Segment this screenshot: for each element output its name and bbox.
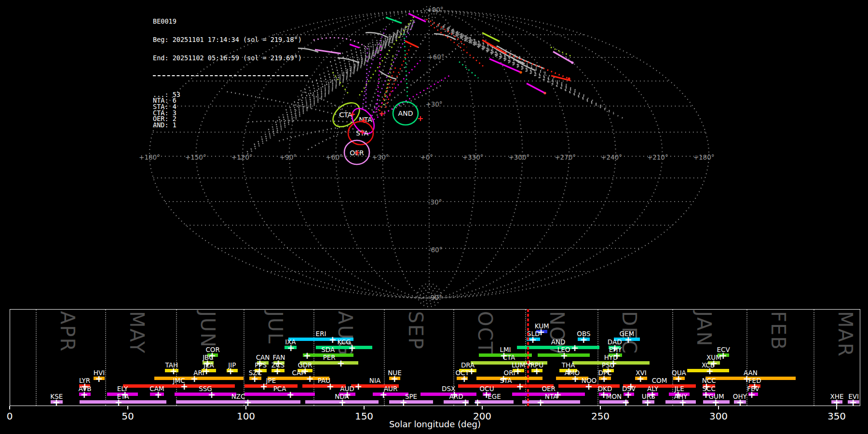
shower-max-marker: + bbox=[679, 397, 687, 407]
shower-max-marker: + bbox=[273, 366, 281, 375]
month-label: JUN bbox=[198, 311, 217, 348]
shower-max-marker: + bbox=[53, 397, 60, 407]
shower-bar-SPE bbox=[389, 400, 433, 404]
shower-label: PER bbox=[323, 354, 336, 361]
shower-label: NIA bbox=[369, 378, 380, 384]
shower-counts: ...: 53NTA: 6STA: 4CTA: 3OER: 2AND: 1 bbox=[153, 92, 308, 128]
shower-label: COM bbox=[652, 378, 667, 384]
month-gridline bbox=[105, 310, 106, 406]
shower-bar-PAU bbox=[302, 384, 346, 388]
shower-max-marker: + bbox=[833, 397, 841, 407]
shower-label: SDA bbox=[321, 347, 335, 353]
shower-max-marker: + bbox=[180, 381, 188, 391]
month-gridline bbox=[244, 310, 244, 406]
shower-max-marker: + bbox=[81, 390, 88, 399]
shower-bar-JPE bbox=[244, 384, 298, 388]
shower-max-marker: + bbox=[706, 366, 714, 375]
x-axis-tick-label: 50 bbox=[122, 410, 134, 422]
shower-max-marker: + bbox=[644, 397, 651, 407]
shower-label: ARD bbox=[449, 393, 463, 400]
month-gridline bbox=[176, 310, 177, 406]
station-id: BE0019 bbox=[153, 18, 308, 25]
shower-max-marker: + bbox=[348, 343, 356, 352]
shower-bar-SSG bbox=[175, 393, 236, 396]
shower-max-marker: + bbox=[585, 381, 593, 391]
shower-bar-JMC bbox=[123, 384, 235, 388]
shower-max-marker: + bbox=[675, 374, 682, 383]
shower-bar-PCA bbox=[244, 393, 315, 396]
shower-max-marker: + bbox=[354, 381, 362, 391]
header-separator bbox=[153, 75, 308, 76]
x-axis-tick-label: 100 bbox=[237, 410, 255, 422]
shower-max-marker: + bbox=[391, 374, 398, 383]
x-axis-tick-label: 150 bbox=[355, 410, 373, 422]
month-label: FEB bbox=[769, 311, 788, 351]
shower-max-marker: + bbox=[286, 390, 294, 399]
x-axis-title: Solar longitude (deg) bbox=[389, 419, 481, 429]
shower-max-marker: + bbox=[339, 397, 346, 407]
shower-max-marker: + bbox=[95, 374, 103, 383]
shower-max-marker: + bbox=[571, 343, 579, 352]
count-value: 1 bbox=[173, 121, 176, 129]
shower-max-marker: + bbox=[306, 374, 314, 383]
shower-max-marker: + bbox=[303, 351, 311, 360]
month-label: JUL bbox=[266, 311, 285, 344]
shower-label: STA bbox=[500, 378, 512, 384]
shower-max-marker: + bbox=[208, 390, 216, 399]
x-axis-tick-label: 200 bbox=[473, 410, 491, 422]
shower-max-marker: + bbox=[529, 335, 537, 344]
shower-max-marker: + bbox=[849, 397, 857, 407]
shower-bar-NZC bbox=[176, 400, 300, 404]
shower-max-marker: + bbox=[244, 397, 252, 407]
x-axis-tick bbox=[9, 406, 10, 409]
shower-max-marker: + bbox=[227, 366, 234, 375]
shower-label: EGE bbox=[488, 393, 501, 400]
observation-header: BE0019 Beg: 20251101 17:14:34 (sol = 219… bbox=[153, 6, 308, 134]
shower-max-marker: + bbox=[115, 397, 122, 407]
x-axis-tick-label: 0 bbox=[7, 410, 13, 422]
begin-time: Beg: 20251101 17:14:34 (sol = 219.18°) bbox=[153, 37, 308, 43]
shower-max-marker: + bbox=[337, 358, 345, 367]
month-gridline bbox=[814, 310, 814, 406]
shower-label: NTA bbox=[545, 393, 558, 400]
month-label: OCT bbox=[475, 311, 495, 354]
shower-max-marker: + bbox=[622, 397, 630, 407]
shower-max-marker: + bbox=[190, 374, 198, 383]
shower-max-marker: + bbox=[736, 397, 744, 407]
end-time: End: 20251102 05:16:59 (sol = 219.69°) bbox=[153, 55, 308, 61]
shower-max-marker: + bbox=[329, 335, 337, 344]
shower-max-marker: + bbox=[380, 390, 387, 399]
shower-label: OER bbox=[542, 386, 556, 393]
shower-max-marker: + bbox=[537, 397, 544, 407]
shower-max-marker: + bbox=[461, 374, 468, 383]
month-label: MAY bbox=[127, 311, 147, 354]
shower-max-marker: + bbox=[326, 381, 334, 391]
shower-max-marker: + bbox=[533, 366, 541, 375]
shower-max-marker: + bbox=[461, 397, 469, 407]
shower-max-marker: + bbox=[637, 374, 644, 383]
shower-label: CTA bbox=[502, 354, 515, 361]
shower-max-marker: + bbox=[712, 397, 719, 407]
shower-max-marker: + bbox=[560, 351, 568, 360]
x-axis-tick bbox=[482, 406, 483, 409]
shower-bar-NTA bbox=[522, 400, 580, 404]
shower-bar-STA bbox=[458, 384, 554, 388]
shower-max-marker: + bbox=[516, 381, 524, 391]
x-axis-tick-label: 250 bbox=[591, 410, 610, 422]
x-axis-tick bbox=[127, 406, 128, 409]
shower-max-marker: + bbox=[474, 397, 481, 407]
shower-max-marker: + bbox=[571, 374, 579, 383]
shower-bar-DSX bbox=[420, 393, 476, 396]
shower-max-marker: + bbox=[251, 374, 258, 383]
shower-label: PCA bbox=[273, 386, 286, 393]
shower-bar-ETA bbox=[80, 400, 166, 404]
shower-max-marker: + bbox=[600, 374, 608, 383]
count-code: AND bbox=[153, 121, 164, 129]
month-label: MAR bbox=[836, 311, 855, 357]
shower-max-marker: + bbox=[624, 335, 632, 344]
shower-max-marker: + bbox=[287, 343, 295, 352]
x-axis-tick-label: 350 bbox=[827, 410, 846, 422]
shower-max-marker: + bbox=[748, 390, 756, 399]
month-label: APR bbox=[58, 311, 77, 352]
shower-bar-AUR bbox=[373, 393, 408, 396]
